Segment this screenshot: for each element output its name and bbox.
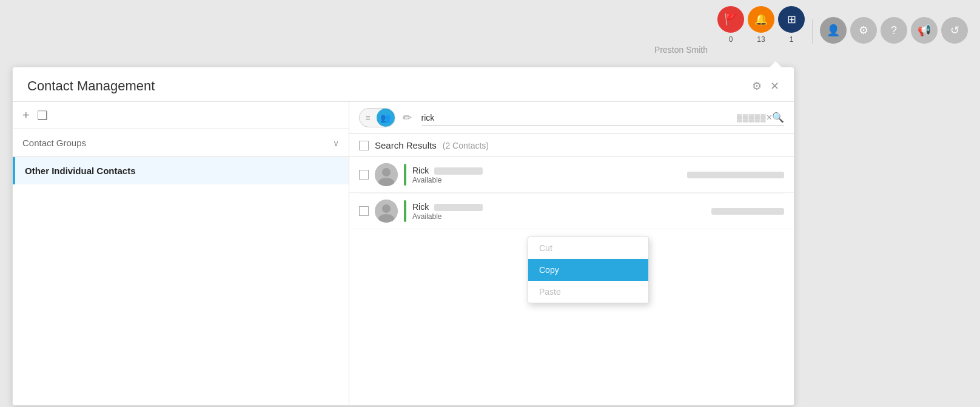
contact-row: Rick Available [349,157,794,193]
group-icon: 👥 [380,113,391,123]
panel-pointer [770,61,782,67]
search-submit-button[interactable]: 🔍 [772,112,784,123]
grid-button[interactable]: ⊞ [778,6,805,33]
contact-1-checkbox[interactable] [359,170,369,180]
refresh-button[interactable]: ↺ [941,17,968,44]
search-input-wrap: ▓▓▓▓▓ × 🔍 [421,110,784,126]
context-menu-cut[interactable]: Cut [528,237,648,259]
flag-count: 0 [729,35,733,44]
announce-button-wrapper: 📢 [911,17,938,44]
contact-management-panel: Contact Management ⚙ ✕ + ❑ Contact Group… [12,67,794,406]
svg-point-4 [382,204,391,213]
results-header: Search Results (2 Contacts) [349,134,794,157]
grid-button-wrapper: ⊞ 1 [778,6,805,44]
settings-button-wrapper: ⚙ [850,17,877,44]
contact-1-name: Rick [412,166,429,175]
search-blur: ▓▓▓▓▓ [737,113,767,122]
contact-row-2: Rick Available [349,193,794,229]
copy-contact-button[interactable]: ❑ [37,108,48,123]
help-button-wrapper: ? [881,17,907,44]
results-title: Search Results [375,140,437,150]
announce-button[interactable]: 📢 [911,17,938,44]
bell-button-wrapper: 🔔 13 [748,6,774,44]
contact-1-name-row: Rick [412,165,681,176]
sidebar-toolbar: + ❑ [13,102,349,129]
contact-groups-chevron: ∨ [333,138,339,148]
other-individual-contacts-label: Other Individual Contacts [25,166,136,176]
top-bar-divider [812,19,813,44]
username-label: Preston Smith [654,45,708,55]
user-button-wrapper: 👤 [820,17,847,44]
flag-button[interactable]: 🚩 [717,6,744,33]
contact-2-name-blur [434,204,483,211]
contact-1-status: Available [412,176,681,184]
add-contact-button[interactable]: + [22,109,30,123]
panel-close-button[interactable]: ✕ [770,79,779,93]
refresh-button-wrapper: ↺ [941,17,968,44]
contact-groups-label: Contact Groups [22,138,86,148]
search-toolbar: ≡ 👥 ✏ ▓▓▓▓▓ × 🔍 [349,102,794,134]
contact-1-name-blur [434,167,483,175]
settings-button[interactable]: ⚙ [850,17,877,44]
contact-2-checkbox[interactable] [359,206,369,216]
contact-1-status-bar [404,164,406,186]
panel-settings-button[interactable]: ⚙ [752,79,762,93]
contact-2-email-blur [711,208,784,215]
list-icon: ≡ [366,113,371,123]
left-sidebar: + ❑ Contact Groups ∨ Other Individual Co… [13,102,349,405]
contact-1-info: Rick Available [412,165,681,184]
search-input[interactable] [421,110,734,125]
contact-groups-header[interactable]: Contact Groups ∨ [13,129,349,156]
contact-2-email [711,206,784,217]
search-clear-button[interactable]: × [767,112,772,123]
context-menu-paste[interactable]: Paste [528,281,648,303]
contact-2-avatar [375,200,398,223]
bell-button[interactable]: 🔔 [748,6,774,33]
panel-body: + ❑ Contact Groups ∨ Other Individual Co… [13,102,794,405]
flag-button-wrapper: 🚩 0 [717,6,744,44]
panel-title: Contact Management [27,78,155,94]
contact-2-status: Available [412,212,705,221]
edit-button[interactable]: ✏ [403,111,412,124]
contact-2-info: Rick Available [412,201,705,221]
top-bar: Preston Smith 🚩 0 🔔 13 ⊞ 1 👤 ⚙ ? 📢 ↺ [654,6,968,55]
select-all-checkbox[interactable] [359,141,369,150]
contact-1-email-blur [687,172,784,178]
context-menu-copy[interactable]: Copy [528,259,648,281]
help-button[interactable]: ? [881,17,907,44]
contact-2-name-row: Rick [412,201,705,212]
edit-icon: ✏ [403,112,412,124]
user-button[interactable]: 👤 [820,17,847,44]
svg-point-1 [382,168,391,177]
bell-count: 13 [757,35,765,44]
view-toggle: ≡ 👥 [359,108,395,127]
panel-header-actions: ⚙ ✕ [752,79,779,93]
contact-2-name: Rick [412,202,429,212]
contact-1-email [687,169,784,180]
results-count: (2 Contacts) [443,141,489,150]
context-menu: Cut Copy Paste [528,237,649,303]
group-view-button[interactable]: 👥 [377,109,395,127]
list-view-button[interactable]: ≡ [360,109,377,127]
contact-1-avatar [375,163,398,186]
panel-header: Contact Management ⚙ ✕ [13,67,794,102]
contact-groups-section: Contact Groups ∨ [13,129,349,157]
contact-2-status-bar [404,200,406,222]
sidebar-item-other-individual-contacts[interactable]: Other Individual Contacts [13,157,349,184]
grid-count: 1 [790,35,794,44]
